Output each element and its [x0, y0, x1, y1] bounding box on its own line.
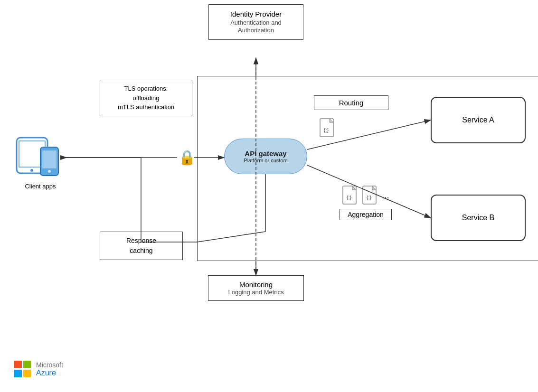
client-apps-area: Client apps [14, 135, 66, 190]
service-b-box: Service B [431, 195, 526, 241]
azure-label: Azure [36, 369, 63, 377]
square-yellow [23, 370, 31, 377]
square-orange [14, 361, 22, 368]
monitoring-title: Monitoring [212, 280, 300, 289]
svg-point-14 [48, 170, 51, 173]
lock-icon: 🔒 [178, 149, 196, 166]
service-a-label: Service A [462, 116, 494, 124]
square-green [23, 361, 31, 368]
api-gateway-subtitle: Platform or custom [244, 158, 287, 163]
service-b-label: Service B [462, 214, 494, 222]
response-caching-label: Responsecaching [126, 237, 156, 254]
microsoft-label: Microsoft [36, 361, 63, 369]
ellipsis: ... [382, 185, 389, 206]
client-apps-label: Client apps [14, 183, 66, 190]
monitoring-box: Monitoring Logging and Metrics [208, 275, 304, 301]
response-caching-box: Responsecaching [100, 232, 183, 260]
identity-provider-box: Identity Provider Authentication and Aut… [208, 4, 303, 40]
identity-provider-title: Identity Provider [213, 9, 299, 19]
tls-box: TLS operations:offloadingmTLS authentica… [100, 80, 192, 116]
aggregation-icons: {;} {;} ... [311, 185, 420, 206]
routing-label: Routing [339, 99, 364, 107]
api-gateway-title: API gateway [245, 149, 286, 158]
aggregation-label: Aggregation [340, 209, 392, 220]
api-gateway-box: API gateway Platform or custom [224, 139, 307, 174]
square-blue [14, 370, 22, 377]
service-a-box: Service A [431, 97, 526, 143]
doc-icon-2: {;} [362, 185, 379, 206]
client-apps-icon [14, 135, 66, 178]
diagram: Identity Provider Authentication and Aut… [0, 0, 538, 392]
svg-text:{;}: {;} [367, 195, 372, 200]
identity-provider-subtitle: Authentication and Authorization [213, 19, 299, 35]
svg-rect-13 [42, 150, 57, 168]
monitoring-subtitle: Logging and Metrics [212, 289, 300, 296]
azure-logo: Microsoft Azure [14, 361, 63, 378]
tls-label: TLS operations:offloadingmTLS authentica… [118, 85, 174, 111]
aggregation-area: {;} {;} ... Aggregation [311, 185, 420, 220]
routing-box: Routing [314, 95, 388, 110]
svg-text:{;}: {;} [347, 195, 352, 200]
svg-point-11 [30, 169, 33, 172]
routing-doc-icon: {;} [319, 118, 336, 140]
azure-squares-icon [14, 361, 31, 378]
doc-icon-1: {;} [342, 185, 359, 206]
svg-text:{;}: {;} [324, 127, 329, 133]
azure-text: Microsoft Azure [36, 361, 63, 377]
